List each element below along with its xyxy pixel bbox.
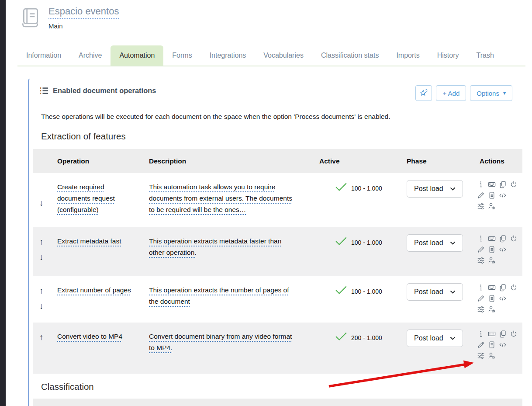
operation-link[interactable]: Extract number of pages xyxy=(57,286,131,294)
active-check-icon xyxy=(335,285,347,295)
user-settings-icon[interactable] xyxy=(488,202,496,210)
table-row: ↑ ↓ Extract metadata fast This operation… xyxy=(33,227,522,276)
user-settings-icon[interactable] xyxy=(488,305,496,313)
edit-icon[interactable] xyxy=(477,295,485,302)
user-settings-icon[interactable] xyxy=(488,352,496,360)
info-icon[interactable] xyxy=(477,180,485,188)
move-down-button[interactable]: ↓ xyxy=(39,301,57,311)
power-icon[interactable] xyxy=(510,180,518,188)
column-header-active: Active xyxy=(319,157,407,165)
power-icon[interactable] xyxy=(510,235,518,243)
active-check-icon xyxy=(335,331,347,342)
tab-integrations[interactable]: Integrations xyxy=(201,45,255,66)
panel-description: These operations will be executed for ea… xyxy=(41,113,390,121)
operation-description[interactable]: This operation extracts the number of pa… xyxy=(149,286,289,305)
space-subtitle: Main xyxy=(48,22,119,30)
copy-icon[interactable] xyxy=(499,235,507,243)
tab-archive[interactable]: Archive xyxy=(70,45,111,66)
table-header-row: Operation Description Active Phase Actio… xyxy=(33,149,522,173)
enabled-operations-panel: Enabled document operations + Add Option… xyxy=(28,79,522,406)
user-settings-icon[interactable] xyxy=(488,257,496,264)
operation-description[interactable]: This operation extracts metadata faster … xyxy=(149,237,281,256)
table-row: ↑ Convert video to MP4 Convert document … xyxy=(33,323,522,374)
code-icon[interactable] xyxy=(499,341,507,349)
phase-value: Post load xyxy=(414,288,443,296)
edit-icon[interactable] xyxy=(477,246,485,253)
document-icon[interactable] xyxy=(488,191,496,199)
chevron-down-icon xyxy=(450,337,456,340)
sliders-icon[interactable] xyxy=(477,352,485,360)
operation-description[interactable]: Convert document binary from any video f… xyxy=(149,333,292,351)
code-icon[interactable] xyxy=(499,191,507,199)
keyboard-icon[interactable] xyxy=(488,284,496,291)
operation-link[interactable]: Extract metadata fast xyxy=(57,237,121,245)
code-icon[interactable] xyxy=(499,295,507,302)
edit-icon[interactable] xyxy=(477,191,485,199)
tab-trash[interactable]: Trash xyxy=(468,45,503,66)
active-range: 200 - 1.000 xyxy=(351,334,382,341)
move-up-button[interactable]: ↑ xyxy=(39,332,57,342)
section-heading-extraction: Extraction of features xyxy=(41,131,126,142)
edit-icon[interactable] xyxy=(477,341,485,349)
document-icon[interactable] xyxy=(488,246,496,253)
tab-information[interactable]: Information xyxy=(17,45,70,66)
operation-description[interactable]: This automation task allows you to requi… xyxy=(149,183,292,213)
add-button[interactable]: + Add xyxy=(436,85,466,101)
power-icon[interactable] xyxy=(510,330,518,338)
phase-select[interactable]: Post load xyxy=(407,283,463,301)
table-row: ↓ Create required documents request (con… xyxy=(33,173,522,227)
active-range: 100 - 1.000 xyxy=(351,239,382,246)
move-down-button[interactable] xyxy=(39,347,57,357)
operation-link[interactable]: Create required documents request (confi… xyxy=(57,183,115,213)
info-icon[interactable] xyxy=(477,235,485,243)
list-icon xyxy=(40,87,48,94)
move-down-button[interactable]: ↓ xyxy=(39,252,57,262)
copy-icon[interactable] xyxy=(499,180,507,188)
keyboard-icon[interactable] xyxy=(488,180,496,188)
phase-value: Post load xyxy=(414,239,443,247)
move-up-button[interactable] xyxy=(39,183,57,193)
tab-imports[interactable]: Imports xyxy=(387,45,428,66)
next-table-header xyxy=(33,399,522,406)
phase-select[interactable]: Post load xyxy=(407,180,463,198)
active-range: 100 - 1.000 xyxy=(351,288,382,295)
tab-automation[interactable]: Automation xyxy=(111,45,163,66)
magic-star-button[interactable] xyxy=(415,85,432,101)
tab-forms[interactable]: Forms xyxy=(163,45,200,66)
copy-icon[interactable] xyxy=(499,330,507,338)
phase-select[interactable]: Post load xyxy=(407,234,463,252)
document-icon[interactable] xyxy=(488,341,496,349)
info-icon[interactable] xyxy=(477,330,485,338)
move-up-button[interactable]: ↑ xyxy=(39,286,57,296)
copy-icon[interactable] xyxy=(499,284,507,291)
chevron-down-icon xyxy=(450,187,456,191)
active-range: 100 - 1.000 xyxy=(351,185,382,192)
collapsed-sidebar xyxy=(0,0,6,406)
add-button-label: + Add xyxy=(442,90,459,97)
keyboard-icon[interactable] xyxy=(488,330,496,338)
operation-link[interactable]: Convert video to MP4 xyxy=(57,333,122,340)
chevron-down-icon xyxy=(450,290,456,294)
document-icon[interactable] xyxy=(488,295,496,302)
code-icon[interactable] xyxy=(499,246,507,253)
sliders-icon[interactable] xyxy=(477,257,485,264)
phase-value: Post load xyxy=(414,185,443,193)
sliders-icon[interactable] xyxy=(477,305,485,313)
power-icon[interactable] xyxy=(510,284,518,291)
active-check-icon xyxy=(335,182,347,192)
keyboard-icon[interactable] xyxy=(488,235,496,243)
operations-table: Operation Description Active Phase Actio… xyxy=(33,149,522,374)
phase-select[interactable]: Post load xyxy=(407,330,463,347)
tab-vocabularies[interactable]: Vocabularies xyxy=(255,45,312,66)
phase-value: Post load xyxy=(414,334,443,342)
tab-classification-stats[interactable]: Classification stats xyxy=(312,45,388,66)
space-title-link[interactable]: Espacio eventos xyxy=(48,6,119,19)
move-down-button[interactable]: ↓ xyxy=(39,198,57,208)
options-button[interactable]: Options ▾ xyxy=(470,85,512,101)
active-check-icon xyxy=(335,236,347,246)
move-up-button[interactable]: ↑ xyxy=(39,237,57,247)
tab-history[interactable]: History xyxy=(428,45,468,66)
column-header-actions: Actions xyxy=(475,157,522,165)
info-icon[interactable] xyxy=(477,284,485,291)
sliders-icon[interactable] xyxy=(477,202,485,210)
